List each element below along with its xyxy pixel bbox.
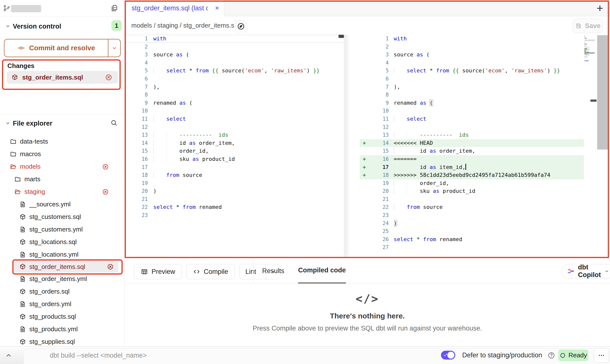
code-line-12: 12 — [125, 123, 344, 131]
file-label: stg_locations.sql — [29, 238, 125, 246]
changes-count-badge: 1 — [111, 20, 122, 31]
file-label: __sources.yml — [29, 200, 125, 208]
help-icon[interactable] — [547, 351, 555, 359]
sidebar-item-stg_locations.yml[interactable]: stg_locations.yml — [0, 248, 125, 261]
sidebar-item-macros[interactable]: macros — [0, 148, 125, 160]
right-pane-scrollbar[interactable] — [590, 99, 597, 102]
sidebar-item-models[interactable]: models — [0, 160, 125, 173]
file-label: stg_supplies.sql — [29, 338, 125, 346]
breadcrumb: models / staging / stg_order_items.sql — [131, 22, 239, 29]
sidebar-item-stg_products.sql[interactable]: stg_products.sql — [0, 310, 125, 323]
sidebar-item-stg_order_items.sql[interactable]: stg_order_items.sql — [14, 261, 118, 273]
file-label: stg_orders.sql — [29, 288, 125, 295]
search-icon[interactable] — [110, 119, 118, 127]
sidebar-item-stg_orders.yml[interactable]: stg_orders.yml — [0, 298, 125, 310]
code-line-14: +14<<<<<<< HEAD — [360, 139, 584, 147]
sidebar-divider — [0, 114, 125, 114]
lineage-compass-button[interactable] — [234, 19, 248, 33]
tab-compiled-code[interactable]: Compiled code — [298, 258, 346, 284]
new-tab-button[interactable]: + — [593, 1, 607, 15]
editor-pane-last-saved[interactable]: 1with23source as (45 select * from {{ so… — [125, 35, 344, 219]
tab-stg-order-items[interactable]: stg_order_items.sql (last c... × — [125, 0, 224, 16]
dbt-copilot-button[interactable]: dbt Copilot — [561, 264, 610, 278]
model-icon — [19, 214, 26, 220]
results-tabs: Results Compiled code — [262, 258, 346, 284]
minimap-line — [584, 36, 585, 36]
file-label: staging — [24, 188, 102, 196]
commit-options-chevron[interactable] — [108, 39, 120, 57]
file-label: macros — [20, 150, 125, 158]
model-icon — [19, 288, 26, 295]
status-badge: Ready — [558, 349, 588, 361]
compile-button[interactable]: Compile — [186, 264, 235, 279]
minimap-line — [584, 55, 590, 55]
chevron-down-icon[interactable] — [5, 23, 11, 29]
toggle-knob — [447, 352, 454, 359]
compile-label: Compile — [204, 268, 228, 276]
copy-files-icon[interactable] — [110, 4, 118, 12]
revert-file-icon[interactable] — [102, 188, 109, 195]
table-icon — [141, 268, 148, 275]
toolbar-buttons: Preview Compile Lint — [134, 264, 280, 279]
sidebar-item-stg_products.yml[interactable]: stg_products.yml — [0, 323, 125, 335]
code-line-10: 10 — [125, 107, 344, 115]
minimap[interactable] — [584, 36, 597, 63]
code-line-5: 5 select * from {{ source('ecom', 'raw_i… — [360, 67, 584, 75]
status-label: Ready — [568, 351, 587, 359]
sidebar-item-stg_customers.sql[interactable]: stg_customers.sql — [0, 211, 125, 223]
editor-scrollbar[interactable] — [597, 35, 608, 149]
minimap-line — [584, 53, 594, 53]
revert-file-icon[interactable] — [102, 163, 109, 170]
code-line-2: 2 — [360, 43, 584, 51]
file-label: models — [20, 163, 102, 170]
commit-and-resolve-button[interactable]: Commit and resolve — [4, 39, 121, 57]
model-icon — [19, 313, 26, 320]
code-line-27: 27 — [360, 243, 584, 251]
sidebar-item-stg_orders.sql[interactable]: stg_orders.sql — [0, 285, 125, 298]
save-button[interactable]: Save — [573, 19, 603, 33]
sidebar-item-stg_locations.sql[interactable]: stg_locations.sql — [0, 236, 125, 248]
pane-shadow — [344, 34, 350, 258]
defer-label: Defer to staging/production — [462, 351, 542, 359]
code-line-16: +16======= — [360, 155, 584, 163]
command-input[interactable] — [49, 349, 395, 361]
code-line-24: 24) — [360, 219, 584, 228]
defer-toggle[interactable] — [441, 351, 455, 360]
chevron-down-icon[interactable] — [5, 120, 11, 126]
left-pane-scrollbar[interactable] — [339, 35, 344, 38]
sidebar-item-staging[interactable]: staging — [0, 185, 125, 198]
changes-file-row[interactable]: stg_order_items.sql — [7, 71, 118, 84]
more-options-button[interactable] — [594, 348, 609, 363]
tab-results[interactable]: Results — [262, 258, 284, 284]
code-line-22: 22select * from renamed — [125, 203, 344, 211]
preview-button[interactable]: Preview — [134, 264, 182, 279]
folder-icon — [10, 138, 17, 145]
git-branch-icon — [3, 4, 10, 12]
sidebar-item-marts[interactable]: marts — [0, 173, 125, 185]
file-label: stg_products.yml — [29, 325, 125, 333]
revert-file-icon[interactable] — [105, 74, 112, 81]
doc-icon — [19, 276, 26, 282]
sidebar-item-__sources.yml[interactable]: __sources.yml — [0, 198, 125, 211]
minimap-line — [584, 38, 587, 38]
sidebar-item-data-tests[interactable]: data-tests — [0, 135, 125, 148]
editor-pane-current[interactable]: 1with23source as (45 select * from {{ so… — [360, 35, 584, 251]
code-line-8: 8 — [125, 91, 344, 99]
code-line-6: 6 — [125, 75, 344, 83]
code-line-20: 20) — [125, 187, 344, 195]
model-icon — [19, 263, 26, 270]
folder-open-icon — [10, 163, 17, 170]
file-label: stg_customers.yml — [29, 226, 125, 233]
minimap-line — [584, 57, 588, 57]
code-line-16: 16 sku as product_id — [125, 155, 344, 163]
git-commit-icon — [17, 44, 25, 52]
close-tab-icon[interactable]: × — [215, 4, 219, 12]
code-line-18: +18>>>>>>> 58c1dd23d5eebd9cd2495fa7124ab… — [360, 171, 584, 179]
sidebar-item-stg_order_items.yml[interactable]: stg_order_items.yml — [0, 273, 125, 285]
chevron-up-icon[interactable] — [4, 351, 13, 359]
folder-icon — [14, 176, 21, 183]
code-line-13: 13 ---------- ids — [125, 131, 344, 139]
copilot-label: dbt Copilot — [578, 264, 601, 279]
revert-file-icon[interactable] — [107, 263, 114, 270]
sidebar-item-stg_customers.yml[interactable]: stg_customers.yml — [0, 223, 125, 236]
